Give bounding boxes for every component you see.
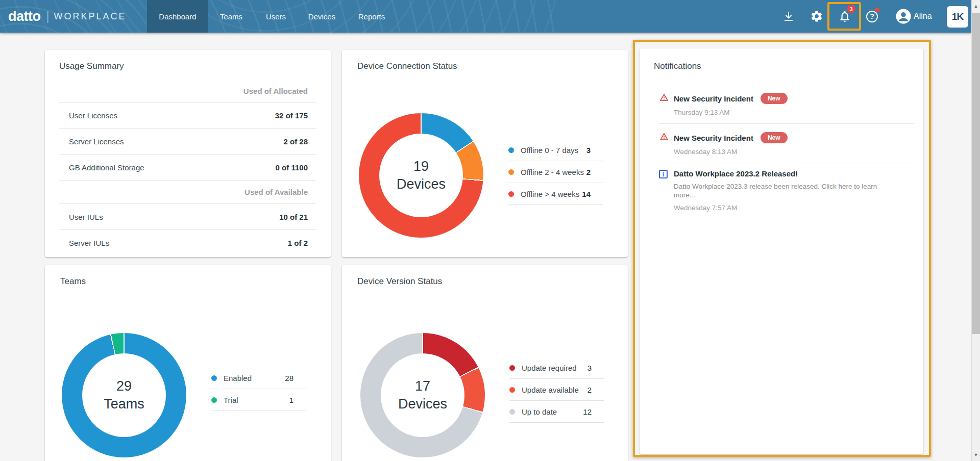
donut-center-unit: Devices [397, 175, 446, 193]
help-button[interactable]: ? [866, 0, 878, 33]
scroll-down-arrow-icon[interactable]: ▼ [972, 452, 980, 457]
legend-value: 1 [289, 396, 306, 404]
usage-row-user-iuls: User IULs 10 of 21 [59, 203, 316, 229]
legend-label: Offline 0 - 7 days [521, 146, 578, 155]
download-icon [782, 10, 795, 22]
usage-section-header: Used of Allocated [59, 80, 316, 102]
tab-devices[interactable]: Devices [298, 0, 346, 33]
notification-item[interactable]: New Security Incident New Wednesday 8:13… [659, 124, 914, 163]
scrollbar-thumb[interactable] [972, 13, 980, 334]
user-name[interactable]: Alina [914, 0, 932, 33]
brand-datto: datto [8, 9, 40, 24]
legend-dot-icon [211, 375, 217, 381]
legend-label: Update available [522, 386, 579, 394]
teams-donut-chart[interactable]: 29 Teams [62, 333, 186, 457]
device-version-legend: Update required 3 Update available 2 Up … [509, 357, 604, 423]
usage-row-value: 10 of 21 [279, 213, 308, 221]
notification-item[interactable]: New Security Incident New Thursday 9:13 … [659, 85, 914, 124]
donut-center-value: 19 [413, 158, 429, 175]
avatar-icon [896, 9, 911, 24]
legend-value: 12 [583, 407, 604, 416]
scroll-up-arrow-icon[interactable]: ▲ [972, 4, 980, 9]
info-icon: i [659, 170, 668, 178]
device-connection-title: Device Connection Status [357, 61, 457, 71]
legend-item: Up to date 12 [509, 401, 604, 423]
legend-dot-icon [211, 397, 217, 403]
usage-row-label: User IULs [69, 213, 103, 221]
legend-label: Offline > 4 weeks [521, 190, 579, 198]
usage-row-label: GB Additional Storage [69, 163, 144, 172]
notification-title-row: Datto Workplace 2023.2 Released! [674, 169, 914, 178]
new-badge: New [761, 132, 788, 143]
kaseya-logo: 1K [947, 6, 968, 28]
notification-title-row: New Security Incident New [674, 132, 914, 143]
usage-row-value: 1 of 2 [288, 239, 308, 247]
donut-center-value: 17 [415, 377, 430, 395]
usage-row-label: Server Licenses [69, 137, 124, 146]
app-logo: datto | WORKPLACE [8, 0, 127, 33]
legend-value: 2 [587, 386, 604, 394]
settings-button[interactable] [810, 0, 823, 33]
device-version-donut-chart[interactable]: 17 Devices [360, 333, 485, 457]
device-connection-donut-chart[interactable]: 19 Devices [359, 113, 483, 238]
usage-table: Used of Allocated User Licenses 32 of 17… [59, 80, 316, 255]
usage-summary-card: Usage Summary Used of Allocated User Lic… [45, 50, 331, 257]
legend-item: Offline > 4 weeks 14 [508, 183, 603, 205]
legend-label: Update required [522, 364, 577, 372]
brand-workplace: WORKPLACE [54, 11, 126, 22]
legend-value: 3 [586, 146, 603, 155]
donut-center-value: 29 [116, 377, 132, 395]
user-menu[interactable] [896, 0, 911, 33]
tab-users[interactable]: Users [254, 0, 298, 33]
usage-row-value: 32 of 175 [275, 111, 308, 120]
notification-item[interactable]: i Datto Workplace 2023.2 Released! Datto… [659, 163, 914, 219]
notification-body: Datto Workplace 2023.3 release been rele… [674, 182, 894, 199]
usage-summary-title: Usage Summary [59, 61, 124, 71]
legend-dot-icon [509, 365, 515, 371]
notification-timestamp: Wednesday 8:13 AM [674, 148, 914, 156]
tab-devices-label: Devices [308, 12, 335, 21]
notification-timestamp: Thursday 9:13 AM [674, 109, 914, 116]
notifications-list: New Security Incident New Thursday 9:13 … [659, 85, 914, 219]
donut-center-label: 17 Devices [381, 353, 464, 437]
vertical-scrollbar[interactable]: ▲ ▼ [971, 0, 980, 461]
donut-center-unit: Devices [398, 395, 447, 413]
legend-label: Trial [224, 396, 238, 404]
donut-center-unit: Teams [104, 395, 144, 413]
usage-row-server-licenses: Server Licenses 2 of 28 [59, 128, 316, 154]
tab-teams[interactable]: Teams [208, 0, 254, 33]
notification-timestamp: Wednesday 7:57 AM [674, 204, 914, 212]
legend-item: Offline 0 - 7 days 3 [508, 139, 603, 161]
legend-item: Enabled 28 [211, 367, 306, 389]
warning-icon [659, 132, 669, 143]
legend-value: 2 [586, 168, 603, 176]
help-alert-dot [875, 8, 879, 12]
tab-dashboard-label: Dashboard [159, 12, 196, 21]
device-connection-legend: Offline 0 - 7 days 3 Offline 2 - 4 weeks… [508, 139, 603, 205]
device-version-card: Device Version Status 17 Devices Update … [342, 265, 628, 461]
donut-center-label: 19 Devices [379, 134, 463, 217]
legend-dot-icon [508, 169, 514, 175]
legend-value: 3 [587, 364, 604, 372]
legend-item: Trial 1 [211, 389, 306, 411]
new-badge: New [761, 93, 788, 104]
legend-value: 14 [582, 190, 603, 198]
notification-title: Datto Workplace 2023.2 Released! [674, 169, 798, 178]
tab-dashboard[interactable]: Dashboard [147, 0, 208, 33]
legend-dot-icon [509, 409, 515, 415]
tab-reports[interactable]: Reports [346, 0, 397, 33]
download-button[interactable] [782, 0, 795, 33]
notification-title: New Security Incident [674, 94, 753, 103]
teams-card: Teams 29 Teams Enabled 28 Trial 1 [45, 265, 331, 461]
notification-count-badge: 3 [847, 5, 855, 13]
legend-item: Update required 3 [509, 357, 604, 379]
brand-separator: | [46, 10, 49, 23]
tab-teams-label: Teams [220, 12, 242, 21]
usage-row-value: 2 of 28 [283, 137, 308, 146]
donut-center-label: 29 Teams [82, 353, 166, 437]
gear-icon [810, 10, 823, 23]
info-glyph: i [663, 171, 664, 177]
help-glyph: ? [870, 12, 874, 20]
legend-item: Update available 2 [509, 379, 604, 401]
notification-title: New Security Incident [674, 134, 753, 142]
